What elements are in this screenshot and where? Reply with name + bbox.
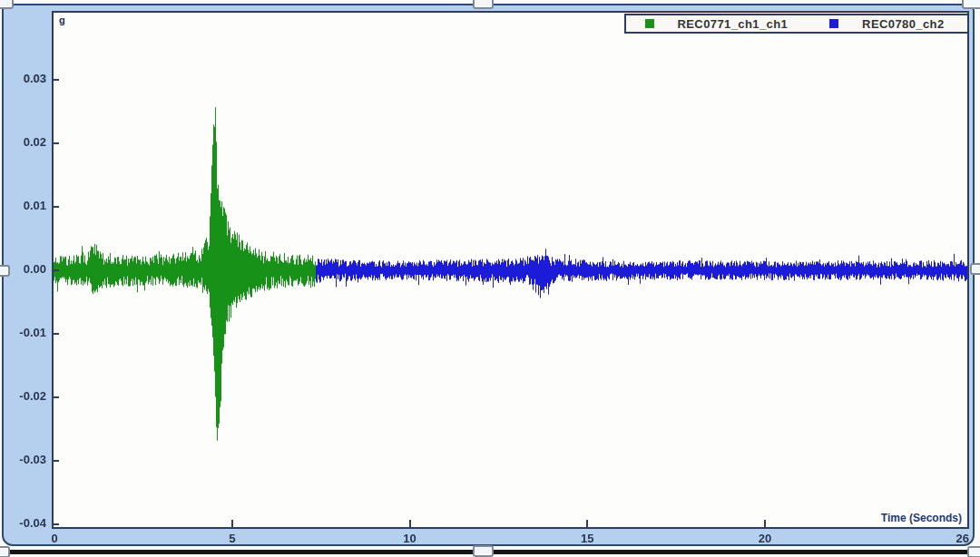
y-tick-mark xyxy=(52,396,59,398)
chart-figure: g Time (Seconds) REC0771_ch1_ch1 REC0780… xyxy=(0,0,980,557)
series-swatch-blue xyxy=(829,19,838,28)
x-tick-label: 0 xyxy=(34,532,74,545)
y-tick-label: 0.01 xyxy=(5,199,46,212)
selection-handle-top-center[interactable] xyxy=(473,0,494,9)
x-tick-mark xyxy=(231,520,233,527)
x-axis-end-label: 26 xyxy=(929,532,969,545)
y-tick-label: 0.03 xyxy=(5,72,46,85)
y-tick-mark xyxy=(52,523,59,525)
y-tick-mark xyxy=(52,142,59,144)
x-tick-mark xyxy=(586,520,588,527)
y-tick-label: 0.00 xyxy=(5,262,46,276)
selection-handle-left-middle[interactable] xyxy=(0,265,10,277)
y-tick-label: -0.04 xyxy=(5,516,46,530)
selection-handle-right-middle[interactable] xyxy=(970,263,980,275)
waveform-canvas xyxy=(54,13,967,527)
y-tick-mark xyxy=(52,79,59,81)
y-tick-mark xyxy=(52,206,59,208)
y-tick-label: -0.02 xyxy=(5,389,46,403)
x-tick-mark xyxy=(764,520,766,527)
x-tick-label: 15 xyxy=(567,532,607,545)
y-tick-label: -0.01 xyxy=(5,326,46,339)
selection-handle-top-right[interactable] xyxy=(962,0,980,9)
series-swatch-green xyxy=(645,19,654,28)
y-tick-mark xyxy=(52,333,59,335)
legend-entry-ch1: REC0771_ch1_ch1 xyxy=(626,17,807,31)
y-tick-mark xyxy=(52,269,59,271)
selection-handle-top-left[interactable] xyxy=(0,0,14,9)
selection-handle-bottom-right[interactable] xyxy=(967,546,980,557)
y-tick-label: 0.02 xyxy=(5,135,46,149)
legend-label-ch2: REC0780_ch2 xyxy=(862,17,944,31)
legend-entry-ch2: REC0780_ch2 xyxy=(807,17,967,31)
legend: REC0771_ch1_ch1 REC0780_ch2 xyxy=(624,14,969,34)
legend-label-ch1: REC0771_ch1_ch1 xyxy=(678,17,789,31)
x-tick-label: 10 xyxy=(390,532,430,545)
x-tick-label: 5 xyxy=(212,532,252,545)
y-tick-mark xyxy=(52,460,59,462)
y-tick-label: -0.03 xyxy=(5,453,46,466)
x-tick-label: 20 xyxy=(745,532,785,545)
selection-handle-bottom-center[interactable] xyxy=(473,545,494,557)
selection-handle-bottom-left[interactable] xyxy=(0,546,10,557)
x-tick-mark xyxy=(409,520,411,527)
